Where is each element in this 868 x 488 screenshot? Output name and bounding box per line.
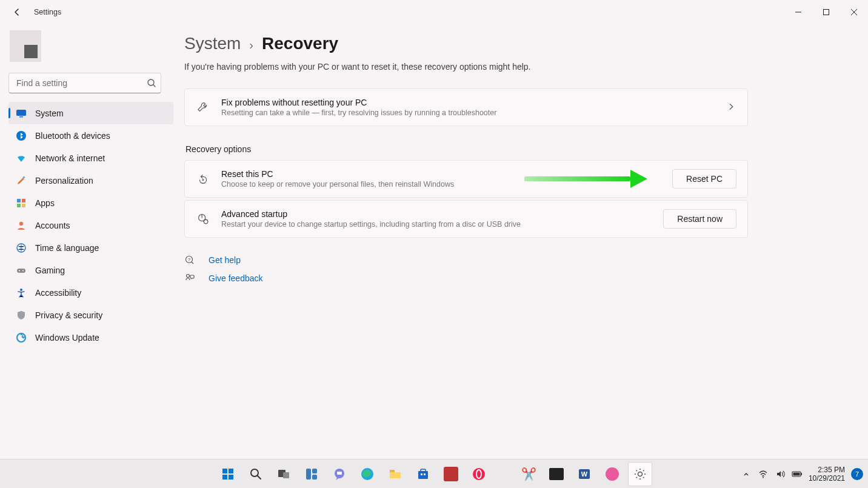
system-tray: 2:35 PM 10/29/2021 7	[741, 460, 863, 488]
give-feedback-link[interactable]: Give feedback	[209, 273, 263, 283]
globe-clock-icon	[16, 242, 27, 253]
svg-rect-37	[390, 470, 395, 472]
svg-rect-12	[17, 269, 25, 273]
chevron-right-icon	[727, 102, 736, 112]
card-title: Fix problems without resetting your PC	[221, 98, 716, 107]
get-help-link[interactable]: Get help	[209, 255, 241, 265]
svg-rect-3	[19, 116, 23, 118]
chat-button[interactable]	[327, 462, 352, 486]
date-text: 10/29/2021	[809, 474, 845, 483]
wifi-tray-icon[interactable]	[758, 469, 769, 480]
nav-label: Network & internet	[35, 153, 105, 163]
reset-pc-button[interactable]: Reset PC	[672, 169, 736, 189]
widgets-button[interactable]	[299, 462, 324, 486]
nav-item-accessibility[interactable]: Accessibility	[8, 281, 173, 304]
card-subtitle: Restart your device to change startup se…	[221, 220, 652, 229]
nav-item-system[interactable]: System	[8, 102, 173, 124]
explorer-app-icon[interactable]	[383, 462, 407, 486]
svg-rect-32	[312, 469, 317, 473]
troubleshoot-card[interactable]: Fix problems without resetting your PC R…	[184, 89, 748, 126]
maximize-button[interactable]	[812, 2, 840, 22]
battery-tray-icon[interactable]	[792, 469, 803, 480]
svg-rect-8	[17, 204, 21, 207]
recovery-options-label: Recovery options	[185, 144, 748, 154]
svg-rect-40	[421, 473, 422, 475]
reset-pc-card: Reset this PC Choose to keep or remove y…	[184, 160, 748, 198]
svg-rect-6	[17, 199, 21, 202]
svg-point-22	[187, 275, 190, 278]
svg-rect-26	[222, 475, 227, 480]
nav-item-network[interactable]: Network & internet	[8, 147, 173, 169]
accessibility-icon	[16, 287, 27, 298]
svg-rect-7	[22, 199, 25, 202]
breadcrumb: System › Recovery	[184, 34, 853, 53]
terminal-app-icon[interactable]	[544, 462, 569, 486]
nav-item-update[interactable]: Windows Update	[8, 326, 173, 349]
title-bar: Settings	[0, 0, 868, 24]
svg-rect-50	[793, 472, 800, 475]
nav-item-privacy[interactable]: Privacy & security	[8, 304, 173, 326]
nav-item-apps[interactable]: Apps	[8, 192, 173, 214]
user-profile[interactable]	[8, 30, 173, 62]
svg-point-44	[477, 470, 481, 478]
back-button[interactable]	[10, 5, 24, 19]
time-text: 2:35 PM	[809, 466, 845, 474]
svg-point-19	[204, 219, 207, 223]
card-title: Advanced startup	[221, 209, 652, 219]
svg-rect-39	[421, 469, 426, 472]
svg-rect-27	[229, 475, 233, 480]
app-icon-red[interactable]	[439, 462, 463, 486]
taskbar: ✂️ W 2:35 PM 10/29/2021 7	[0, 459, 868, 488]
sidebar: System Bluetooth & devices Network & int…	[0, 24, 182, 459]
svg-rect-25	[229, 469, 233, 473]
breadcrumb-current: Recovery	[262, 34, 338, 53]
task-view-button[interactable]	[272, 462, 296, 486]
nav-label: Personalization	[35, 176, 93, 186]
restart-now-button[interactable]: Restart now	[663, 209, 736, 229]
nav-label: Windows Update	[35, 333, 99, 343]
search-input[interactable]	[8, 73, 161, 93]
nav-item-accounts[interactable]: Accounts	[8, 214, 173, 236]
breadcrumb-parent[interactable]: System	[184, 34, 241, 53]
app-icon-pink[interactable]	[600, 462, 624, 486]
svg-point-13	[19, 270, 20, 271]
svg-rect-2	[16, 110, 26, 116]
word-app-icon[interactable]: W	[572, 462, 596, 486]
svg-rect-33	[312, 475, 317, 480]
notifications-button[interactable]: 7	[851, 468, 863, 480]
svg-rect-51	[801, 473, 802, 475]
nav-item-gaming[interactable]: Gaming	[8, 259, 173, 281]
volume-tray-icon[interactable]	[775, 469, 786, 480]
nav-item-bluetooth[interactable]: Bluetooth & devices	[8, 124, 173, 147]
start-button[interactable]	[216, 462, 240, 486]
advanced-startup-card: Advanced startup Restart your device to …	[184, 200, 748, 238]
svg-rect-38	[418, 471, 428, 479]
nav-item-personalization[interactable]: Personalization	[8, 169, 173, 192]
svg-rect-23	[190, 275, 194, 278]
svg-rect-0	[824, 10, 829, 15]
tray-overflow-button[interactable]	[741, 469, 752, 480]
opera-app-icon[interactable]	[467, 462, 491, 486]
taskbar-clock[interactable]: 2:35 PM 10/29/2021	[809, 466, 845, 483]
store-app-icon[interactable]	[411, 462, 435, 486]
edge-app-icon[interactable]	[355, 462, 379, 486]
close-button[interactable]	[840, 2, 868, 22]
svg-rect-31	[306, 469, 311, 480]
wrench-icon	[196, 100, 210, 115]
page-subtitle: If you're having problems with your PC o…	[184, 62, 853, 72]
settings-app-icon[interactable]	[628, 462, 652, 486]
nav-label: Gaming	[35, 266, 65, 275]
minimize-button[interactable]	[784, 2, 812, 22]
paintbrush-icon	[16, 175, 27, 186]
svg-text:W: W	[581, 470, 588, 478]
svg-rect-35	[337, 472, 342, 475]
nav-item-time[interactable]: Time & language	[8, 236, 173, 259]
nav-list: System Bluetooth & devices Network & int…	[8, 102, 173, 349]
apps-icon	[16, 198, 27, 209]
feedback-row: Give feedback	[184, 273, 748, 284]
taskbar-search-button[interactable]	[244, 462, 268, 486]
gamepad-icon	[16, 265, 27, 276]
snip-app-icon[interactable]: ✂️	[516, 462, 541, 486]
help-icon: ?	[184, 255, 195, 266]
card-subtitle: Resetting can take a while — first, try …	[221, 109, 716, 117]
